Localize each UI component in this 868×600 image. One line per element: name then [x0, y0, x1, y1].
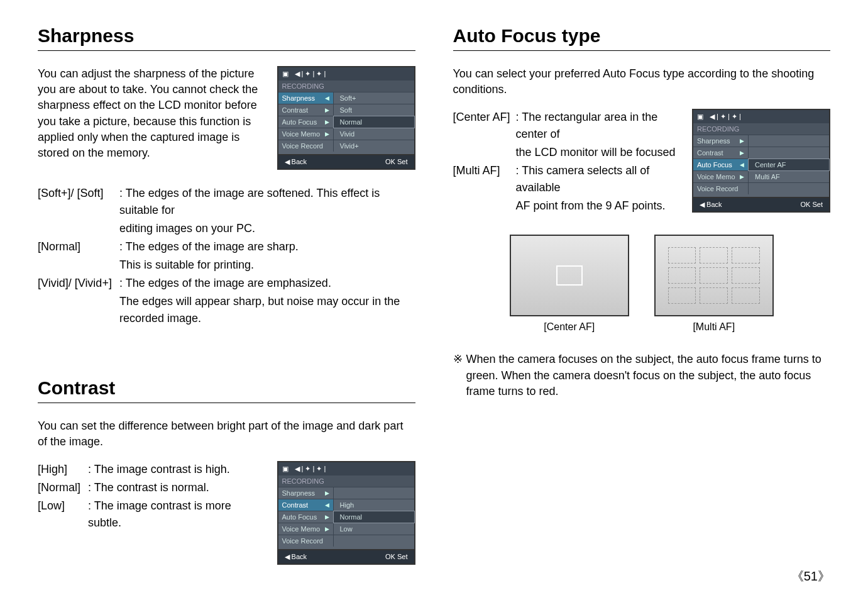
note-text: When the camera focuses on the subject, …	[466, 352, 831, 399]
menu-row: Contrast▶Soft	[278, 104, 414, 116]
menu-row: Sharpness▶	[693, 135, 829, 147]
menu-autofocus: ▣ ◀ | ✦ | ✦ | RECORDING Sharpness▶Contra…	[692, 109, 830, 213]
menu-row: Voice RecordVivid+	[278, 140, 414, 152]
menu-row: Sharpness◀Soft+	[278, 92, 414, 104]
menu-ok: OK Set	[385, 553, 407, 561]
menu-ok: OK Set	[385, 158, 407, 166]
menu-back: ◀ Back	[285, 158, 307, 166]
contrast-intro: You can set the difference between brigh…	[38, 418, 415, 450]
sharpness-definitions: [Soft+]/ [Soft]: The edges of the image …	[38, 185, 415, 327]
camera-icon: ▣	[282, 70, 288, 78]
multi-af-preview	[654, 235, 774, 316]
camera-icon: ▣	[282, 465, 288, 473]
menu-row: Voice Memo▶Multi AF	[693, 170, 829, 182]
heading-contrast: Contrast	[38, 377, 415, 403]
menu-back: ◀ Back	[285, 553, 307, 561]
page-number: 《51》	[791, 568, 830, 585]
af-definitions: [Center AF]: The rectangular area in the…	[453, 109, 680, 216]
af-intro: You can select your preferred Auto Focus…	[453, 66, 831, 97]
center-af-caption: [Center AF]	[510, 321, 629, 333]
menu-row: Voice Record	[278, 535, 414, 547]
tab-divider: ◀ | ✦ | ✦ |	[295, 70, 326, 78]
menu-row: Voice Memo▶Vivid	[278, 128, 414, 140]
af-note: ※ When the camera focuses on the subject…	[453, 352, 831, 399]
menu-row: Auto Focus▶Normal	[278, 511, 414, 523]
camera-icon: ▣	[697, 113, 703, 121]
menu-row: Voice Record	[693, 182, 829, 194]
menu-tabs: ▣ ◀ | ✦ | ✦ |	[693, 110, 829, 123]
menu-tabs: ▣ ◀ | ✦ | ✦ |	[278, 462, 414, 475]
menu-row: Auto Focus◀Center AF	[693, 158, 829, 170]
menu-sharpness: ▣ ◀ | ✦ | ✦ | RECORDING Sharpness◀Soft+C…	[277, 66, 415, 170]
menu-tabs: ▣ ◀ | ✦ | ✦ |	[278, 67, 414, 81]
heading-sharpness: Sharpness	[38, 25, 415, 51]
center-af-preview	[510, 235, 629, 316]
contrast-definitions: [High]: The image contrast is high.[Norm…	[38, 461, 265, 533]
tab-divider: ◀ | ✦ | ✦ |	[710, 113, 741, 121]
tab-divider: ◀ | ✦ | ✦ |	[295, 465, 326, 473]
note-symbol-icon: ※	[453, 352, 463, 399]
menu-title: RECORDING	[278, 475, 414, 487]
menu-back: ◀ Back	[700, 201, 722, 209]
multi-af-caption: [Multi AF]	[654, 321, 774, 333]
menu-row: Contrast▶	[693, 147, 829, 158]
menu-contrast: ▣ ◀ | ✦ | ✦ | RECORDING Sharpness▶Contra…	[277, 461, 415, 565]
menu-row: Voice Memo▶Low	[278, 523, 414, 535]
menu-ok: OK Set	[801, 201, 823, 209]
heading-autofocus: Auto Focus type	[453, 25, 831, 51]
menu-title: RECORDING	[693, 123, 829, 135]
sharpness-intro: You can adjust the sharpness of the pict…	[38, 66, 265, 161]
menu-row: Sharpness▶	[278, 487, 414, 499]
menu-title: RECORDING	[278, 81, 414, 92]
menu-row: Auto Focus▶Normal	[278, 116, 414, 128]
menu-row: Contrast◀High	[278, 499, 414, 511]
